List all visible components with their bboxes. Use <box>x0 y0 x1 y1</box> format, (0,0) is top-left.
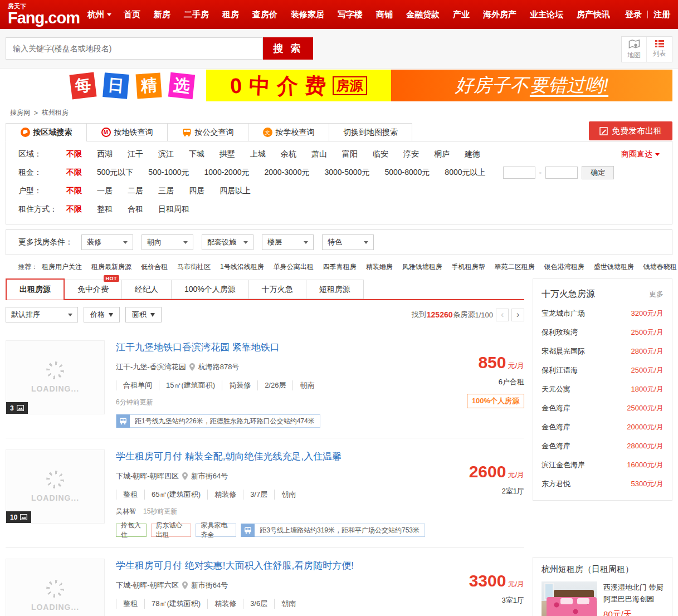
listing-photo[interactable]: LOADING... 10 <box>6 449 105 524</box>
urgent-list-item[interactable]: 天元公寓 1800元/月 <box>542 380 664 399</box>
district-option[interactable]: 建德 <box>465 149 480 158</box>
list-view-button[interactable]: 列表 <box>647 37 672 62</box>
filter-option-any[interactable]: 不限 <box>66 149 82 159</box>
agent-name[interactable]: 吴林智 <box>116 507 136 515</box>
filter-option-any[interactable]: 不限 <box>66 204 82 214</box>
listing-district-link[interactable]: 下城-朝晖-朝晖四区 <box>116 471 179 481</box>
nav-link[interactable]: 房产快讯 <box>570 0 617 29</box>
confirm-button[interactable]: 确定 <box>582 166 614 179</box>
district-option[interactable]: 淳安 <box>403 149 419 158</box>
sort-by-area-button[interactable]: 面积 <box>125 307 162 322</box>
prev-page-button[interactable]: ‹ <box>496 309 509 321</box>
urgent-list-item[interactable]: 宝龙城市广场 3200元/月 <box>542 304 664 323</box>
map-view-button[interactable]: 地图 <box>622 37 647 62</box>
rent-option[interactable]: 500元以下 <box>97 168 133 177</box>
nav-link[interactable]: 查房价 <box>246 0 284 29</box>
district-option[interactable]: 滨江 <box>158 149 174 158</box>
recommend-link[interactable]: 低价合租 <box>141 263 168 271</box>
district-option[interactable]: 富阳 <box>342 149 358 158</box>
filter-dropdown[interactable]: 装修 <box>81 234 133 250</box>
rent-max-input[interactable] <box>545 167 578 179</box>
urgent-list-item[interactable]: 保利江语海 2500元/月 <box>542 361 664 380</box>
publish-rental-button[interactable]: 免费发布出租 <box>589 121 672 140</box>
mode-option[interactable]: 日租周租 <box>158 204 189 213</box>
tab-region-search[interactable]: 按区域搜索 <box>6 123 87 141</box>
filter-dropdown[interactable]: 配套设施 <box>202 234 253 250</box>
urgent-list-item[interactable]: 东方君悦 5300元/月 <box>542 475 664 493</box>
urgent-list-item[interactable]: 金色海岸 25000元/月 <box>542 399 664 418</box>
short-rent-desc[interactable]: 西溪湿地北门 带厨 阿里巴巴海创园 <box>603 581 664 605</box>
recommend-link[interactable]: 四季青租房 <box>323 263 357 271</box>
filter-dropdown[interactable]: 朝向 <box>142 234 193 250</box>
urgent-list-item[interactable]: 宋都晨光国际 2800元/月 <box>542 342 664 361</box>
filter-option-any[interactable]: 不限 <box>66 186 82 196</box>
nav-link[interactable]: 金融贷款 <box>399 0 446 29</box>
nav-link[interactable]: 业主论坛 <box>523 0 570 29</box>
nav-link[interactable]: 新房 <box>147 0 177 29</box>
layout-option[interactable]: 一居 <box>97 186 113 195</box>
tab-agents[interactable]: 经纪人 <box>121 280 172 299</box>
tab-no-agency-fee[interactable]: 免中介费 HOT <box>64 280 122 299</box>
district-option[interactable]: 下城 <box>189 149 204 158</box>
nav-link[interactable]: 商铺 <box>369 0 399 29</box>
tab-personal-listings[interactable]: 100%个人房源 <box>171 280 249 299</box>
room-photo[interactable] <box>542 581 597 616</box>
rent-option[interactable]: 500-1000元 <box>148 168 189 177</box>
district-option[interactable]: 余杭 <box>281 149 296 158</box>
tab-map-search[interactable]: 切换到地图搜索 <box>329 123 412 141</box>
city-selector[interactable]: 杭州 <box>87 9 111 20</box>
listing-photo[interactable]: LOADING... 9 <box>6 559 105 616</box>
mode-option[interactable]: 整租 <box>97 204 113 213</box>
urgent-list-item[interactable]: 金色海岸 20000元/月 <box>542 418 664 437</box>
sort-order-dropdown[interactable]: 默认排序 <box>6 307 78 322</box>
layout-option[interactable]: 三居 <box>158 186 174 195</box>
recommend-link[interactable]: 翠苑二区租房 <box>495 263 535 271</box>
district-option[interactable]: 拱墅 <box>220 149 235 158</box>
next-page-button[interactable]: › <box>511 309 524 321</box>
tab-short-rent[interactable]: 短租房源 <box>306 280 364 299</box>
rent-option[interactable]: 2000-3000元 <box>264 168 309 177</box>
district-option[interactable]: 萧山 <box>311 149 327 158</box>
recommend-link[interactable]: 单身公寓出租 <box>274 263 314 271</box>
nav-link[interactable]: 二手房 <box>177 0 216 29</box>
tab-metro-search[interactable]: M 按地铁查询 <box>86 123 168 141</box>
more-link[interactable]: 更多 <box>649 289 664 299</box>
filter-dropdown[interactable]: 楼层 <box>262 234 314 250</box>
urgent-list-item[interactable]: 滨江金色海岸 16000元/月 <box>542 456 664 475</box>
layout-option[interactable]: 四居以上 <box>220 186 251 195</box>
recommend-link[interactable]: 1号线沿线租房 <box>220 263 264 271</box>
listing-title[interactable]: 学生租房可月付 精装全配,朝向绝佳光线充足,入住温馨 <box>116 450 425 463</box>
nav-link[interactable]: 租房 <box>216 0 246 29</box>
tab-urgent[interactable]: 十万火急 <box>248 280 306 299</box>
rent-option[interactable]: 1000-2000元 <box>204 168 250 177</box>
filter-dropdown[interactable]: 特色 <box>322 234 374 250</box>
search-button[interactable]: 搜 索 <box>263 37 313 60</box>
recommend-link[interactable]: 租房用户关注 <box>42 263 82 271</box>
nav-link[interactable]: 写字楼 <box>331 0 369 29</box>
recommend-link[interactable]: 银色港湾租房 <box>544 263 584 271</box>
listing-title[interactable]: 学生租房可月付 绝对实惠!大面积入住舒服,看房随时方便! <box>116 559 425 572</box>
filter-option-any[interactable]: 不限 <box>66 168 82 178</box>
urgent-list-item[interactable]: 金色海岸 28000元/月 <box>542 437 664 456</box>
nav-link[interactable]: 装修家居 <box>284 0 331 29</box>
fang-logo[interactable]: 房天下 Fang.com <box>8 3 80 26</box>
tab-school-search[interactable]: 文 按学校查询 <box>248 123 329 141</box>
hotspot-direct-link[interactable]: 商圈直达 <box>621 149 660 159</box>
recommend-link[interactable]: 手机租房帮 <box>452 263 485 271</box>
recommend-link[interactable]: 钱塘春晓租 <box>643 263 677 271</box>
district-option[interactable]: 桐庐 <box>434 149 450 158</box>
recommend-link[interactable]: 风雅钱塘租房 <box>402 263 442 271</box>
district-option[interactable]: 上城 <box>250 149 266 158</box>
layout-option[interactable]: 二居 <box>128 186 143 195</box>
district-option[interactable]: 江干 <box>128 149 143 158</box>
recommend-link[interactable]: 盛世钱塘租房 <box>594 263 634 271</box>
breadcrumb-home[interactable]: 搜房网 <box>10 108 30 118</box>
mode-option[interactable]: 合租 <box>128 204 143 213</box>
login-link[interactable]: 登录 <box>625 9 642 20</box>
district-option[interactable]: 临安 <box>373 149 388 158</box>
rent-option[interactable]: 3000-5000元 <box>324 168 369 177</box>
listing-title[interactable]: 江干九堡地铁口香滨湾花园 紧靠地铁口 <box>116 341 425 354</box>
rent-min-input[interactable] <box>503 167 535 179</box>
register-link[interactable]: 注册 <box>653 9 670 20</box>
nav-link[interactable]: 首页 <box>117 0 147 29</box>
